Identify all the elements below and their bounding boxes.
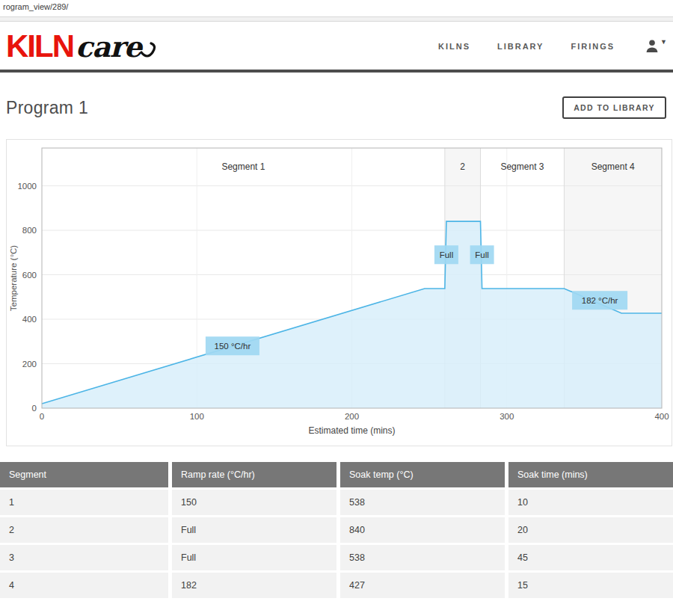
svg-text:0: 0 [40, 412, 44, 421]
col-header-segment: Segment [0, 462, 168, 487]
main-nav: KILNS LIBRARY FIRINGS ▼ [438, 38, 667, 54]
cell-soak-time: 20 [505, 517, 673, 543]
svg-text:300: 300 [500, 412, 514, 421]
svg-text:Temperature (°C): Temperature (°C) [9, 245, 18, 311]
svg-text:800: 800 [22, 226, 37, 235]
program-chart-card: 150 °C/hrFullFull182 °C/hrSegment 12Segm… [6, 139, 672, 446]
cell-soak-time: 45 [505, 545, 673, 570]
nav-item-kilns[interactable]: KILNS [438, 42, 470, 51]
logo-text-kiln: KILN [6, 31, 73, 62]
cell-soak-time: 10 [505, 490, 673, 515]
user-icon [645, 38, 660, 54]
program-chart[interactable]: 150 °C/hrFullFull182 °C/hrSegment 12Segm… [7, 140, 672, 446]
svg-text:2: 2 [460, 161, 465, 172]
svg-text:150 °C/hr: 150 °C/hr [215, 342, 251, 351]
cell-soak-time: 15 [505, 573, 673, 598]
svg-text:Estimated time (mins): Estimated time (mins) [308, 425, 395, 436]
nav-item-firings[interactable]: FIRINGS [571, 42, 615, 51]
page-title: Program 1 [6, 98, 88, 118]
cell-ramp-rate: Full [168, 517, 336, 543]
svg-text:400: 400 [22, 315, 37, 324]
chevron-down-icon: ▼ [660, 38, 667, 46]
account-menu-button[interactable]: ▼ [645, 38, 667, 54]
col-header-ramp-rate: Ramp rate (°C/hr) [168, 462, 336, 487]
table-row: 3 Full 538 45 [0, 545, 673, 570]
svg-text:400: 400 [654, 412, 669, 421]
table-row: 1 150 538 10 [0, 490, 673, 515]
svg-text:Segment 3: Segment 3 [500, 161, 544, 172]
col-header-soak-temp: Soak temp (°C) [336, 462, 505, 487]
cell-ramp-rate: 150 [168, 490, 336, 515]
cell-soak-temp: 840 [336, 517, 505, 543]
logo-text-care: care [76, 33, 141, 61]
cell-soak-temp: 427 [336, 573, 505, 598]
table-header-row: Segment Ramp rate (°C/hr) Soak temp (°C)… [0, 462, 673, 487]
nav-item-library[interactable]: LIBRARY [497, 42, 544, 51]
table-row: 4 182 427 15 [0, 573, 673, 598]
cell-segment: 4 [0, 573, 168, 598]
svg-text:0: 0 [32, 404, 37, 413]
svg-text:1000: 1000 [17, 182, 37, 191]
svg-text:Segment 4: Segment 4 [591, 161, 635, 172]
segment-table: Segment Ramp rate (°C/hr) Soak temp (°C)… [0, 460, 673, 600]
svg-text:600: 600 [22, 271, 37, 280]
header-divider [0, 70, 673, 73]
cell-soak-temp: 538 [336, 490, 505, 515]
cell-ramp-rate: 182 [168, 573, 336, 598]
svg-text:182 °C/hr: 182 °C/hr [582, 296, 618, 305]
svg-text:Full: Full [475, 250, 489, 259]
add-to-library-button[interactable]: ADD TO LIBRARY [562, 96, 666, 119]
table-row: 2 Full 840 20 [0, 517, 673, 543]
title-row: Program 1 ADD TO LIBRARY [0, 94, 673, 121]
svg-text:Segment 1: Segment 1 [221, 161, 265, 172]
logo-swash-icon [140, 36, 158, 61]
cell-segment: 1 [0, 490, 168, 515]
svg-text:100: 100 [190, 412, 204, 421]
site-header: KILN care KILNS LIBRARY FIRINGS ▼ [0, 22, 673, 70]
svg-text:Full: Full [440, 250, 454, 259]
svg-text:200: 200 [22, 360, 37, 369]
svg-text:200: 200 [345, 412, 359, 421]
cell-segment: 3 [0, 545, 168, 570]
cell-soak-temp: 538 [336, 545, 505, 570]
cell-ramp-rate: Full [168, 545, 336, 570]
cell-segment: 2 [0, 517, 168, 543]
col-header-soak-time: Soak time (mins) [505, 462, 673, 487]
horizontal-scrollbar[interactable] [0, 16, 673, 22]
browser-url-fragment: rogram_view/289/ [3, 2, 68, 11]
kilncare-logo[interactable]: KILN care [6, 31, 158, 62]
